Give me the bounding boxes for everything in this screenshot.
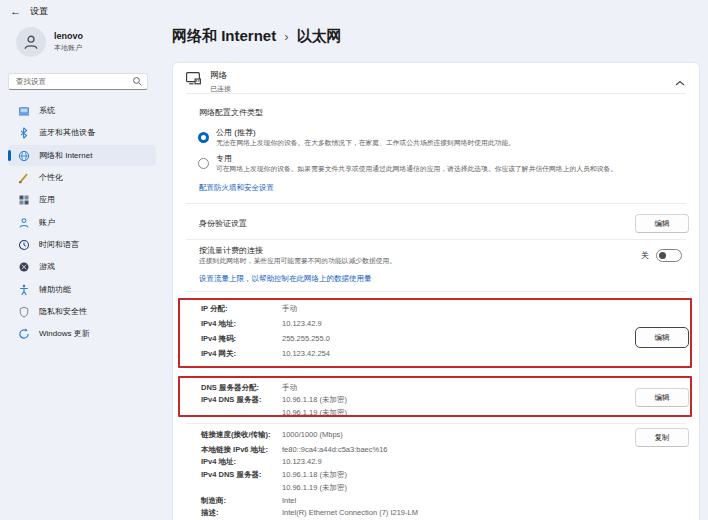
sidebar-item-label: 蓝牙和其他设备 [39, 127, 95, 138]
firewall-settings-link[interactable]: 配置防火墙和安全设置 [199, 183, 274, 193]
ethernet-card: 网络 已连接 网络配置文件类型 公用 (推荐) 无法在网络上发现你的设备。在大多… [172, 62, 700, 520]
user-account-type: 本地账户 [54, 43, 83, 53]
globe-icon [18, 150, 30, 162]
breadcrumb-root[interactable]: 网络和 Internet [172, 27, 276, 46]
search-input[interactable] [8, 73, 148, 90]
divider [186, 203, 686, 204]
profile-section-title: 网络配置文件类型 [199, 107, 263, 118]
sidebar-item-label: 网络和 Internet [39, 150, 92, 161]
description-row: 描述: Intel(R) Ethernet Connection (7) I21… [201, 508, 589, 518]
row-value: fe80::9ca4:a44d:c5a3:baec%16 [282, 445, 388, 454]
sidebar-item-label: 隐私和安全性 [39, 306, 87, 317]
radio-private-label[interactable]: 专用 [216, 153, 232, 164]
link-speed-row: 链接速度(接收/传输): 1000/1000 (Mbps) [201, 430, 589, 440]
sidebar-item-system[interactable]: 系统 [8, 100, 156, 121]
sidebar-item-time-language[interactable]: 时间和语言 [8, 234, 156, 255]
network-card-header[interactable]: 网络 已连接 [210, 70, 231, 94]
auth-edit-button[interactable]: 编辑 [635, 214, 689, 233]
brush-icon [18, 172, 30, 184]
sidebar-item-accounts[interactable]: 账户 [8, 212, 156, 233]
row-value: Intel [282, 496, 296, 505]
sidebar-item-windows-update[interactable]: Windows 更新 [8, 323, 156, 344]
radio-public-label[interactable]: 公用 (推荐) [216, 127, 256, 138]
annotation-box-ip-assignment [178, 298, 692, 368]
sync-icon [18, 328, 30, 340]
sidebar-item-label: 应用 [39, 194, 55, 205]
titlebar: ← 设置 [10, 5, 48, 18]
network-card-title: 网络 [210, 70, 231, 82]
sidebar-item-personalization[interactable]: 个性化 [8, 167, 156, 188]
sidebar-item-label: 游戏 [39, 261, 55, 272]
search-icon [132, 73, 143, 91]
sidebar-item-label: 辅助功能 [39, 284, 71, 295]
radio-public[interactable] [198, 129, 209, 147]
dns-server-1: 10.96.1.18 (未加密) [282, 470, 347, 480]
sidebar-item-gaming[interactable]: 游戏 [8, 256, 156, 277]
auth-settings-title: 身份验证设置 [199, 218, 247, 229]
radio-private[interactable] [198, 155, 209, 173]
copy-button[interactable]: 复制 [635, 428, 689, 447]
back-button[interactable]: ← [10, 6, 21, 17]
search-box [8, 70, 148, 87]
data-limit-link[interactable]: 设置流量上限，以帮助控制在此网络上的数据使用量 [199, 274, 372, 284]
avatar [16, 27, 46, 57]
divider [186, 423, 686, 424]
annotation-box-dns-servers [178, 376, 692, 417]
divider [186, 93, 686, 94]
radio-public-description: 无法在网络上发现你的设备。在大多数情况下，在家庭、工作或公共场所连接到网络时使用… [216, 138, 515, 148]
sidebar-item-bluetooth[interactable]: 蓝牙和其他设备 [8, 122, 156, 143]
sidebar-item-network-internet[interactable]: 网络和 Internet [8, 145, 156, 166]
row-label: IPv4 DNS 服务器: [201, 470, 282, 480]
divider [186, 291, 686, 292]
sidebar-item-label: Windows 更新 [39, 328, 90, 339]
divider [186, 239, 686, 240]
shield-icon [18, 306, 30, 318]
row-value: 1000/1000 (Mbps) [282, 430, 343, 439]
row-value: 10.123.42.9 [282, 457, 322, 466]
sidebar-item-label: 时间和语言 [39, 239, 79, 250]
accessibility-icon [18, 284, 30, 296]
sidebar-item-privacy-security[interactable]: 隐私和安全性 [8, 301, 156, 322]
user-name: lenovo [54, 31, 83, 41]
xbox-icon [18, 261, 30, 273]
bluetooth-icon [18, 127, 30, 139]
row-label: 描述: [201, 508, 282, 518]
breadcrumb-separator: › [284, 29, 288, 44]
sidebar-item-accessibility[interactable]: 辅助功能 [8, 279, 156, 300]
settings-window: ← 设置 lenovo 本地账户 系统 蓝牙和其他设备 网络和 Internet… [0, 0, 708, 520]
app-title: 设置 [30, 5, 48, 18]
metered-connection-title: 按流量计费的连接 [199, 245, 263, 256]
user-profile[interactable]: lenovo 本地账户 [16, 27, 83, 57]
clock-icon [18, 239, 30, 251]
ipv6-address-row: 本地链接 IPv6 地址: fe80::9ca4:a44d:c5a3:baec%… [201, 445, 589, 455]
chevron-up-icon[interactable] [675, 73, 685, 91]
dns-server-2: 10.96.1.19 (未加密) [282, 483, 347, 493]
page-title: 以太网 [297, 27, 342, 46]
apps-grid-icon [18, 194, 30, 206]
row-label: IPv4 地址: [201, 457, 282, 467]
sidebar-item-apps[interactable]: 应用 [8, 189, 156, 210]
row-label: 本地链接 IPv6 地址: [201, 445, 282, 455]
dns-servers-detail-row: IPv4 DNS 服务器: 10.96.1.18 (未加密) 10.96.1.1… [201, 470, 589, 496]
sidebar-item-label: 系统 [39, 105, 55, 116]
ethernet-adapter-icon [185, 70, 202, 91]
row-label: 制造商: [201, 496, 282, 506]
sidebar-item-label: 账户 [39, 217, 55, 228]
toggle-state-label: 关 [641, 250, 649, 261]
row-value: Intel(R) Ethernet Connection (7) I219-LM [282, 508, 418, 517]
metered-toggle[interactable] [656, 249, 682, 262]
breadcrumb: 网络和 Internet › 以太网 [172, 27, 342, 46]
metered-connection-description: 连接到此网络时，某些应用可能需要不同的功能以减少数据使用。 [199, 256, 396, 266]
sidebar-item-label: 个性化 [39, 172, 63, 183]
manufacturer-row: 制造商: Intel [201, 496, 589, 506]
radio-private-description: 可在网络上发现你的设备。如果需要文件共享或使用通过此网络通信的应用，请选择此选项… [216, 164, 617, 174]
ipv4-address-detail-row: IPv4 地址: 10.123.42.9 [201, 457, 589, 467]
person-icon [18, 217, 30, 229]
row-label: 链接速度(接收/传输): [201, 430, 282, 440]
system-icon [18, 105, 30, 117]
